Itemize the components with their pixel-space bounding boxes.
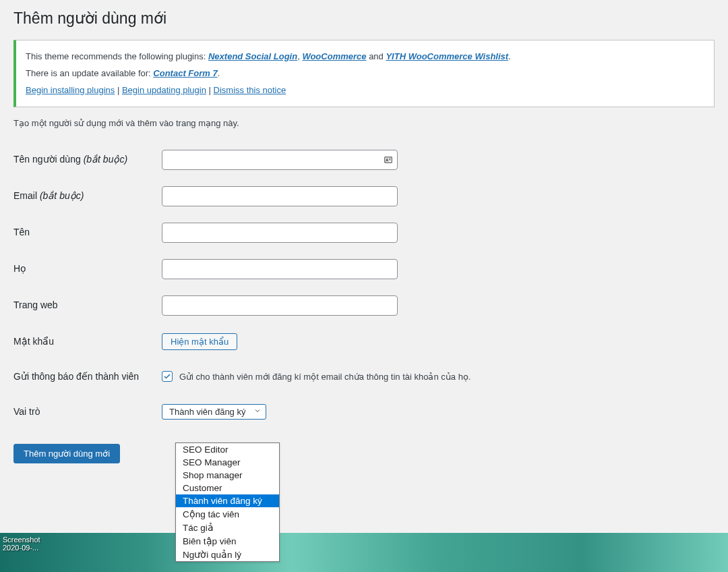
notice-sep-a: | bbox=[115, 85, 122, 95]
firstname-label: Tên bbox=[13, 214, 162, 251]
role-option[interactable]: Biên tập viên bbox=[176, 534, 279, 548]
notify-checkbox[interactable] bbox=[162, 371, 173, 382]
role-dropdown[interactable]: SEO EditorSEO ManagerShop managerCustome… bbox=[175, 442, 280, 562]
email-required: (bắt buộc) bbox=[40, 190, 84, 201]
username-label-text: Tên người dùng bbox=[13, 154, 84, 165]
chevron-down-icon bbox=[253, 407, 262, 417]
screenshot-caption-line1: Screenshot bbox=[3, 536, 40, 544]
role-option[interactable]: Cộng tác viên bbox=[176, 507, 279, 521]
dismiss-notice-link[interactable]: Dismiss this notice bbox=[214, 85, 286, 95]
role-selected-value: Thành viên đăng ký bbox=[169, 407, 245, 417]
email-label-text: Email bbox=[13, 190, 40, 201]
plugin-link-woocommerce[interactable]: WooCommerce bbox=[302, 51, 366, 61]
notice-update-text: There is an update available for: bbox=[26, 68, 153, 78]
role-label: Vai trò bbox=[13, 394, 162, 429]
begin-updating-link[interactable]: Begin updating plugin bbox=[122, 85, 206, 95]
notice-end1: . bbox=[508, 51, 511, 61]
plugin-link-cf7[interactable]: Contact Form 7 bbox=[153, 68, 217, 78]
add-user-button[interactable]: Thêm người dùng mới bbox=[13, 444, 120, 463]
svg-point-1 bbox=[386, 159, 388, 161]
plugin-link-nextend[interactable]: Nextend Social Login bbox=[208, 51, 297, 61]
notice-sep-b: | bbox=[206, 85, 214, 95]
role-select[interactable]: Thành viên đăng ký bbox=[162, 404, 266, 420]
notice-text: This theme recommends the following plug… bbox=[26, 51, 208, 61]
role-option[interactable]: Customer bbox=[176, 482, 279, 494]
user-form-table: Tên người dùng (bắt buộc) Email (bắt buộ… bbox=[13, 142, 715, 429]
role-option[interactable]: SEO Manager bbox=[176, 456, 279, 469]
plugin-notice: This theme recommends the following plug… bbox=[13, 40, 715, 107]
username-input[interactable] bbox=[162, 150, 398, 170]
contact-card-icon bbox=[383, 154, 394, 165]
screenshot-caption-line2: 2020-09-... bbox=[3, 544, 38, 552]
website-input[interactable] bbox=[162, 295, 398, 316]
role-option[interactable]: SEO Editor bbox=[176, 443, 279, 456]
password-label: Mật khẩu bbox=[13, 324, 162, 359]
email-input[interactable] bbox=[162, 186, 398, 206]
role-option[interactable]: Tác giả bbox=[176, 521, 279, 534]
notify-label: Gửi thông báo đến thành viên bbox=[13, 359, 162, 394]
role-option[interactable]: Thành viên đăng ký bbox=[176, 494, 279, 507]
notify-text: Gửi cho thành viên mới đăng kí một email… bbox=[179, 372, 471, 382]
website-label: Trang web bbox=[13, 287, 162, 324]
username-required: (bắt buộc) bbox=[84, 154, 127, 165]
show-password-button[interactable]: Hiện mật khẩu bbox=[162, 333, 237, 350]
begin-installing-link[interactable]: Begin installing plugins bbox=[26, 85, 115, 95]
email-label: Email (bắt buộc) bbox=[13, 178, 162, 214]
svg-rect-0 bbox=[385, 157, 392, 163]
lastname-label: Họ bbox=[13, 251, 162, 287]
role-option[interactable]: Người quản lý bbox=[176, 548, 279, 561]
page-title: Thêm người dùng mới bbox=[13, 0, 715, 30]
footer-texture bbox=[0, 533, 728, 572]
role-option[interactable]: Shop manager bbox=[176, 469, 279, 482]
page-description: Tạo một người sử dụng mới và thêm vào tr… bbox=[13, 118, 715, 128]
username-label: Tên người dùng (bắt buộc) bbox=[13, 142, 162, 178]
notice-end2: . bbox=[218, 68, 220, 78]
screenshot-caption: Screenshot 2020-09-... bbox=[3, 536, 40, 552]
notice-and: and bbox=[367, 51, 386, 61]
firstname-input[interactable] bbox=[162, 223, 398, 243]
plugin-link-yith[interactable]: YITH WooCommerce Wishlist bbox=[386, 51, 508, 61]
lastname-input[interactable] bbox=[162, 259, 398, 279]
